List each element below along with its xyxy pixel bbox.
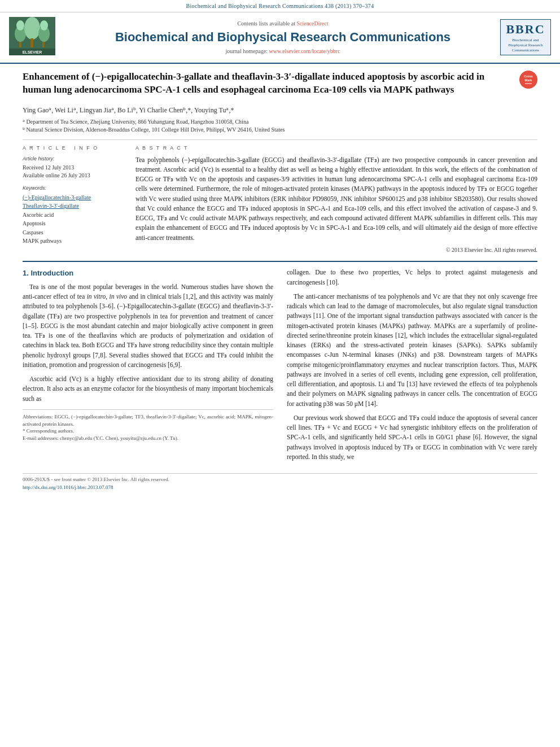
available-date: Available online 26 July 2013 (23, 172, 124, 180)
bbrc-logo-box: BBRC Biochemical andBiophysical Research… (500, 19, 551, 55)
abbreviations-note: Abbreviations: EGCG, (−)-epigallocatechi… (23, 413, 273, 427)
affiliations: ᵃ Department of Tea Science, Zhejiang Un… (23, 118, 537, 134)
svg-text:Mark: Mark (525, 78, 533, 82)
article-title-section: Enhancement of (−)-epigallocatechin-3-ga… (23, 71, 537, 101)
svg-rect-5 (30, 38, 33, 47)
journal-top-bar: Biochemical and Biophysical Research Com… (0, 0, 560, 12)
sciencedirect-line: Contents lists available at ScienceDirec… (65, 20, 500, 28)
body-col-right: collagen. Due to these two properties, V… (287, 268, 537, 466)
copyright-line: © 2013 Elsevier Inc. All rights reserved… (135, 246, 537, 255)
body-col-left: 1. Introduction Tea is one of the most p… (23, 268, 273, 466)
corresponding-note: * Corresponding authors. (23, 427, 273, 435)
svg-rect-4 (19, 42, 21, 47)
body-para-1: Tea is one of the most popular beverages… (23, 282, 273, 370)
history-label: Article history: (23, 155, 124, 163)
keywords-label: Keywords: (23, 185, 124, 192)
journal-homepage: journal homepage: www.elsevier.com/locat… (65, 47, 500, 56)
keyword-3[interactable]: Ascorbic acid (23, 211, 124, 220)
journal-citation: Biochemical and Biophysical Research Com… (186, 3, 374, 9)
body-divider (23, 261, 537, 262)
title-divider (23, 139, 537, 140)
elsevier-logo: ELSEVIER (9, 17, 65, 59)
svg-rect-6 (42, 42, 45, 47)
authors-line: Ying Gaoᵃ, Wei Liᵃ, Lingyan Jiaᵃ, Bo Liᵇ… (23, 106, 537, 115)
svg-text:Cross: Cross (524, 75, 533, 78)
article-content: Enhancement of (−)-epigallocatechin-3-ga… (0, 64, 560, 503)
footnotes: Abbreviations: EGCG, (−)-epigallocatechi… (23, 409, 273, 442)
body-section: 1. Introduction Tea is one of the most p… (23, 268, 537, 466)
journal-title: Biochemical and Biophysical Research Com… (65, 30, 500, 45)
svg-point-8 (40, 20, 48, 30)
article-title: Enhancement of (−)-epigallocatechin-3-ga… (23, 71, 514, 97)
received-date: Received 12 July 2013 (23, 164, 124, 172)
keyword-2[interactable]: Theaflavin-3-3′-digallate (23, 202, 124, 211)
article-info-column: A R T I C L E I N F O Article history: R… (23, 145, 124, 255)
body-para-3: collagen. Due to these two properties, V… (287, 268, 537, 287)
article-history: Article history: Received 12 July 2013 A… (23, 155, 124, 180)
body-para-5: Our previous work showed that EGCG and T… (287, 413, 537, 462)
keyword-6[interactable]: MAPK pathways (23, 237, 124, 246)
bbrc-logo: BBRC Biochemical andBiophysical Research… (500, 19, 551, 55)
keywords-section: Keywords: (−)-Epigallocatechin-3-gallate… (23, 185, 124, 246)
journal-center: Contents lists available at ScienceDirec… (65, 20, 500, 55)
email-note: E-mail addresses: chenyc@ab.edu (Y.C. Ch… (23, 435, 273, 442)
abstract-text: Tea polyphenols (−)-epigallocatechin-3-g… (135, 155, 537, 243)
svg-point-2 (24, 17, 40, 40)
svg-text:ELSEVIER: ELSEVIER (23, 50, 42, 54)
body-para-4: The anti-cancer mechanisms of tea polyph… (287, 292, 537, 409)
keyword-5[interactable]: Caspases (23, 229, 124, 237)
svg-point-7 (16, 20, 24, 30)
keyword-1[interactable]: (−)-Epigallocatechin-3-gallate (23, 194, 124, 202)
tree-logo: ELSEVIER (9, 17, 65, 59)
info-abstract-section: A R T I C L E I N F O Article history: R… (23, 145, 537, 255)
bbrc-subtitle: Biochemical andBiophysical ResearchCommu… (502, 38, 549, 53)
bottom-bar: 0006-291X/$ - see front matter © 2013 El… (23, 473, 537, 491)
sciencedirect-link[interactable]: ScienceDirect (296, 20, 328, 27)
crossmark-badge[interactable]: Cross Mark (519, 71, 537, 89)
journal-banner: ELSEVIER Contents lists available at Sci… (0, 12, 560, 64)
article-info-label: A R T I C L E I N F O (23, 145, 124, 152)
bbrc-letters: BBRC (502, 21, 549, 38)
doi-link[interactable]: http://dx.doi.org/10.1016/j.bbrc.2013.07… (23, 484, 113, 490)
abstract-label: A B S T R A C T (135, 145, 537, 152)
journal-url[interactable]: www.elsevier.com/locate/ybbrc (269, 48, 340, 54)
section1-heading: 1. Introduction (23, 268, 273, 279)
keyword-4[interactable]: Apoptosis (23, 220, 124, 228)
abstract-column: A B S T R A C T Tea polyphenols (−)-epig… (135, 145, 537, 255)
doi-line: http://dx.doi.org/10.1016/j.bbrc.2013.07… (23, 484, 537, 492)
issn-line: 0006-291X/$ - see front matter © 2013 El… (23, 476, 537, 484)
body-para-2: Ascorbic acid (Vc) is a highly effective… (23, 374, 273, 404)
